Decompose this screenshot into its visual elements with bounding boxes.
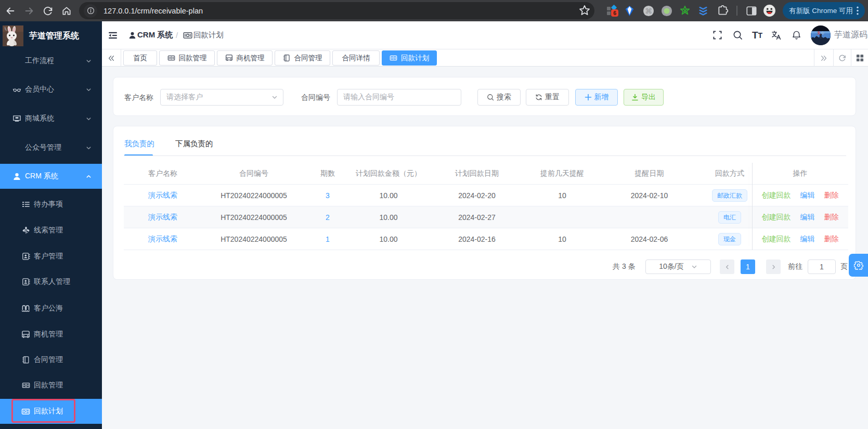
svg-text:6: 6 — [613, 10, 616, 16]
svg-text:文: 文 — [817, 31, 821, 35]
svg-text:心: 心 — [821, 31, 824, 34]
svg-text:⌘: ⌘ — [645, 7, 652, 15]
